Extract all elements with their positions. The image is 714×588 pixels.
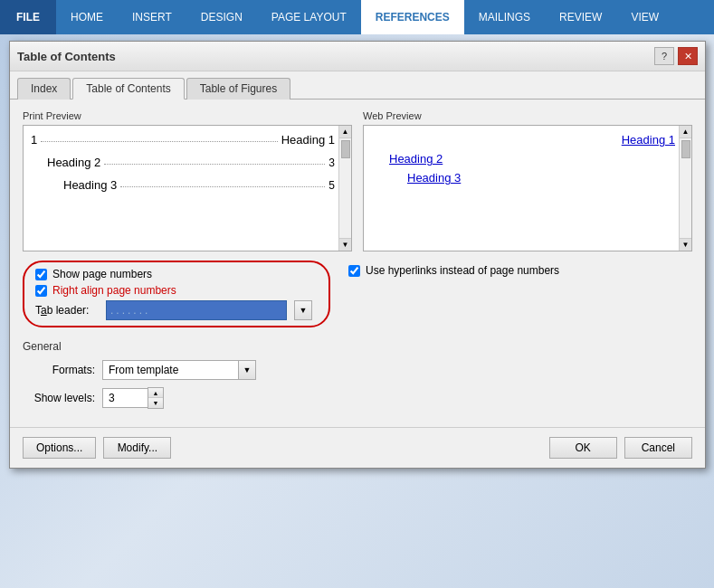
dialog-tab-bar: Index Table of Contents Table of Figures	[10, 71, 705, 100]
show-page-numbers-label: Show page numbers	[52, 268, 152, 280]
use-hyperlinks-label: Use hyperlinks instead of page numbers	[366, 264, 559, 277]
tab-file[interactable]: FILE	[0, 0, 56, 34]
preview-row: Print Preview 1 Heading 1 Heading 2 3	[23, 110, 692, 251]
print-h1-dots	[41, 141, 277, 142]
spin-up[interactable]: ▲	[148, 388, 163, 398]
dialog: Table of Contents ? ✕ Index Table of Con…	[9, 41, 706, 469]
spinner-buttons: ▲ ▼	[148, 387, 164, 409]
tab-leader-row: Tab leader: ....... ▼	[35, 300, 318, 320]
tab-index[interactable]: Index	[17, 78, 71, 100]
tab-mailings[interactable]: MAILINGS	[464, 0, 545, 34]
show-levels-label: Show levels:	[23, 392, 95, 404]
tab-leader-value: .......	[110, 304, 150, 317]
right-options: Use hyperlinks instead of page numbers	[348, 264, 559, 277]
print-h2-row: Heading 2 3	[31, 156, 335, 169]
right-align-row: Right align page numbers	[35, 284, 318, 297]
print-h2-page: 3	[328, 156, 335, 169]
tab-label-text: Tab leader:	[35, 304, 89, 317]
tab-page-layout[interactable]: PAGE LAYOUT	[257, 0, 361, 34]
print-preview-section: Print Preview 1 Heading 1 Heading 2 3	[23, 110, 352, 251]
show-levels-row: Show levels: 3 ▲ ▼	[23, 387, 692, 409]
right-align-label: Right align page numbers	[52, 284, 176, 297]
dialog-titlebar: Table of Contents ? ✕	[10, 42, 705, 71]
web-scroll-up-arrow[interactable]: ▲	[680, 126, 691, 138]
tab-leader-label: Tab leader:	[35, 304, 99, 317]
scroll-thumb[interactable]	[341, 140, 350, 158]
dialog-title: Table of Contents	[17, 50, 116, 63]
print-h1-row: 1 Heading 1	[31, 133, 335, 147]
cancel-button[interactable]: Cancel	[624, 437, 692, 459]
web-h3[interactable]: Heading 3	[371, 171, 675, 185]
formats-dropdown[interactable]: ▼	[238, 360, 256, 380]
footer-left-buttons: Options... Modify...	[23, 437, 542, 459]
print-h3-row: Heading 3 5	[31, 178, 335, 192]
print-h1-heading: Heading 1	[281, 133, 335, 147]
use-hyperlinks-row: Use hyperlinks instead of page numbers	[348, 264, 559, 277]
highlight-oval: Show page numbers Right align page numbe…	[23, 261, 330, 327]
ribbon: FILE HOME INSERT DESIGN PAGE LAYOUT REFE…	[0, 0, 714, 34]
options-button[interactable]: Options...	[23, 437, 96, 459]
show-page-numbers-checkbox[interactable]	[35, 269, 47, 280]
web-h1[interactable]: Heading 1	[371, 133, 675, 147]
print-preview-scrollbar: ▲ ▼	[338, 126, 351, 251]
use-hyperlinks-checkbox[interactable]	[348, 265, 360, 277]
dialog-body: Print Preview 1 Heading 1 Heading 2 3	[10, 100, 705, 427]
print-h3-page: 5	[328, 179, 335, 192]
show-levels-value: 3	[102, 388, 148, 408]
web-preview-content: Heading 1 Heading 2 Heading 3	[364, 126, 691, 192]
formats-input-wrap: From template ▼	[102, 360, 256, 380]
tab-review[interactable]: REVIEW	[545, 0, 616, 34]
modify-button[interactable]: Modify...	[103, 437, 171, 459]
general-label: General	[23, 340, 692, 353]
web-preview-scrollbar: ▲ ▼	[679, 126, 691, 251]
close-button[interactable]: ✕	[678, 47, 698, 65]
tab-design[interactable]: DESIGN	[186, 0, 257, 34]
web-scroll-down-arrow[interactable]: ▼	[680, 238, 691, 251]
print-preview-label: Print Preview	[23, 110, 352, 121]
right-align-checkbox[interactable]	[35, 285, 47, 297]
tab-home[interactable]: HOME	[56, 0, 118, 34]
tab-figures[interactable]: Table of Figures	[186, 78, 290, 100]
spin-down[interactable]: ▼	[148, 398, 163, 408]
show-page-numbers-row: Show page numbers	[35, 268, 318, 280]
web-scroll-thumb[interactable]	[681, 140, 690, 158]
print-preview-content: 1 Heading 1 Heading 2 3 Heading 3	[24, 126, 351, 199]
scroll-up-arrow[interactable]: ▲	[339, 126, 351, 138]
tab-references[interactable]: REFERENCES	[361, 0, 464, 34]
dialog-controls: ? ✕	[654, 47, 698, 65]
general-section: General Formats: From template ▼ Show le…	[23, 340, 692, 409]
scroll-down-arrow[interactable]: ▼	[339, 238, 351, 251]
bottom-options-row: Show page numbers Right align page numbe…	[23, 261, 692, 335]
print-h3-text: Heading 3	[63, 178, 117, 192]
tab-leader-dropdown[interactable]: ▼	[294, 300, 312, 320]
formats-label: Formats:	[23, 364, 95, 376]
dialog-footer: Options... Modify... OK Cancel	[10, 427, 705, 468]
print-h3-dots	[120, 186, 325, 187]
tab-leader-input-wrapper: .......	[106, 300, 287, 320]
ok-button[interactable]: OK	[549, 437, 617, 459]
tab-toc[interactable]: Table of Contents	[72, 78, 184, 100]
formats-value: From template	[102, 360, 238, 380]
web-preview-box: Heading 1 Heading 2 Heading 3 ▲ ▼	[363, 125, 692, 251]
tab-insert[interactable]: INSERT	[118, 0, 186, 34]
left-options: Show page numbers Right align page numbe…	[23, 261, 330, 335]
web-preview-section: Web Preview Heading 1 Heading 2 Heading …	[363, 110, 692, 251]
formats-row: Formats: From template ▼	[23, 360, 692, 380]
help-button[interactable]: ?	[654, 47, 674, 65]
tab-view[interactable]: VIEW	[616, 0, 673, 34]
web-preview-label: Web Preview	[363, 110, 692, 121]
print-h1-num: 1	[31, 133, 37, 147]
show-levels-spinner: 3 ▲ ▼	[102, 387, 164, 409]
print-preview-box: 1 Heading 1 Heading 2 3 Heading 3	[23, 125, 352, 251]
print-h2-text: Heading 2	[47, 156, 100, 169]
print-h2-dots	[104, 164, 325, 165]
web-h2[interactable]: Heading 2	[371, 152, 675, 166]
